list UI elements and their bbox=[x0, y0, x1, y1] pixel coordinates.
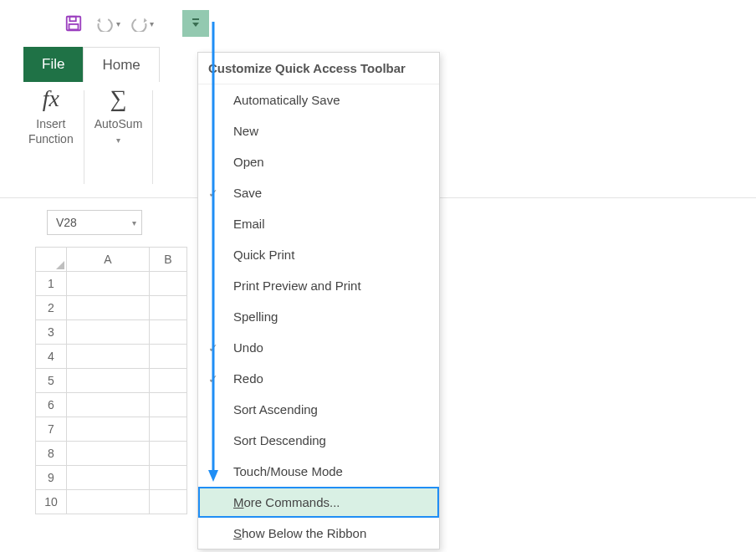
name-box-value: V28 bbox=[56, 216, 77, 229]
row-header[interactable]: 2 bbox=[36, 296, 67, 320]
qat-redo-button[interactable]: ▾ bbox=[127, 10, 154, 37]
save-icon bbox=[64, 14, 83, 33]
row-header[interactable]: 6 bbox=[36, 393, 67, 417]
check-icon: ✓ bbox=[208, 341, 218, 355]
ribbon-separator bbox=[152, 90, 153, 184]
customize-qat-menu: Customize Quick Access Toolbar Automatic… bbox=[197, 52, 440, 549]
undo-icon bbox=[94, 15, 116, 32]
menu-item-print-preview[interactable]: Print Preview and Print bbox=[198, 270, 439, 301]
name-box[interactable]: V28 ▾ bbox=[47, 210, 142, 235]
cell[interactable] bbox=[150, 320, 187, 345]
check-icon: ✓ bbox=[208, 187, 218, 200]
column-header-B[interactable]: B bbox=[150, 248, 187, 272]
menu-item-open[interactable]: Open bbox=[198, 146, 439, 177]
insert-function-button[interactable]: fx InsertFunction bbox=[18, 87, 84, 146]
menu-item-more-commands[interactable]: More Commands... bbox=[198, 487, 439, 518]
cell[interactable] bbox=[67, 345, 150, 369]
chevron-down-icon: ▾ bbox=[116, 135, 120, 145]
menu-item-sort-asc[interactable]: Sort Ascending bbox=[198, 394, 439, 425]
svg-rect-1 bbox=[69, 17, 75, 22]
menu-item-touch-mouse[interactable]: Touch/Mouse Mode bbox=[198, 456, 439, 487]
row-header[interactable]: 8 bbox=[36, 442, 67, 466]
cell[interactable] bbox=[67, 393, 150, 417]
row-header[interactable]: 5 bbox=[36, 369, 67, 393]
cell[interactable] bbox=[150, 369, 187, 393]
menu-item-email[interactable]: Email bbox=[198, 208, 439, 239]
row-header[interactable]: 4 bbox=[36, 345, 67, 369]
cell[interactable] bbox=[150, 345, 187, 369]
menu-item-quick-print[interactable]: Quick Print bbox=[198, 239, 439, 270]
select-all-button[interactable] bbox=[36, 248, 67, 272]
cell[interactable] bbox=[67, 272, 150, 296]
svg-rect-2 bbox=[69, 24, 79, 29]
fx-icon: fx bbox=[43, 87, 59, 110]
menu-item-new[interactable]: New bbox=[198, 115, 439, 146]
check-icon: ✓ bbox=[208, 372, 218, 386]
menu-item-show-below-ribbon[interactable]: Show Below the Ribbon bbox=[198, 518, 439, 549]
autosum-label: AutoSum ▾ bbox=[94, 117, 143, 146]
customize-qat-dropdown-icon bbox=[191, 18, 201, 29]
menu-item-auto-save[interactable]: Automatically Save bbox=[198, 84, 439, 115]
svg-rect-3 bbox=[192, 18, 199, 20]
column-header-A[interactable]: A bbox=[67, 248, 150, 272]
insert-function-label: InsertFunction bbox=[28, 117, 74, 146]
cell[interactable] bbox=[67, 490, 150, 514]
tab-file[interactable]: File bbox=[23, 47, 83, 82]
cell[interactable] bbox=[67, 442, 150, 466]
cell[interactable] bbox=[150, 442, 187, 466]
cell[interactable] bbox=[150, 296, 187, 320]
chevron-down-icon: ▾ bbox=[150, 19, 154, 28]
cell[interactable] bbox=[150, 417, 187, 442]
qat-save-button[interactable] bbox=[60, 10, 87, 37]
row-header[interactable]: 9 bbox=[36, 466, 67, 490]
cell[interactable] bbox=[67, 369, 150, 393]
menu-item-undo[interactable]: ✓ Undo bbox=[198, 332, 439, 363]
spreadsheet-grid[interactable]: A B 1 2 3 4 5 6 7 8 9 10 bbox=[35, 247, 187, 514]
cell[interactable] bbox=[150, 490, 187, 514]
menu-item-save[interactable]: ✓ Save bbox=[198, 177, 439, 208]
chevron-down-icon: ▾ bbox=[116, 19, 120, 28]
row-header[interactable]: 7 bbox=[36, 417, 67, 442]
cell[interactable] bbox=[67, 466, 150, 490]
cell[interactable] bbox=[67, 417, 150, 442]
qat-undo-button[interactable]: ▾ bbox=[94, 10, 120, 37]
cell[interactable] bbox=[67, 320, 150, 345]
menu-item-sort-desc[interactable]: Sort Descending bbox=[198, 425, 439, 456]
row-header[interactable]: 3 bbox=[36, 320, 67, 345]
cell[interactable] bbox=[150, 272, 187, 296]
cell[interactable] bbox=[67, 296, 150, 320]
redo-icon bbox=[128, 15, 150, 32]
row-header[interactable]: 1 bbox=[36, 272, 67, 296]
row-header[interactable]: 10 bbox=[36, 490, 67, 514]
customize-qat-button[interactable] bbox=[182, 10, 209, 37]
menu-item-redo[interactable]: ✓ Redo bbox=[198, 363, 439, 394]
sigma-icon: ∑ bbox=[110, 87, 127, 110]
menu-item-spelling[interactable]: Spelling bbox=[198, 301, 439, 332]
menu-title: Customize Quick Access Toolbar bbox=[198, 53, 439, 84]
tab-home[interactable]: Home bbox=[83, 47, 159, 82]
cell[interactable] bbox=[150, 393, 187, 417]
chevron-down-icon: ▾ bbox=[132, 218, 136, 227]
cell[interactable] bbox=[150, 466, 187, 490]
autosum-button[interactable]: ∑ AutoSum ▾ bbox=[84, 87, 153, 146]
